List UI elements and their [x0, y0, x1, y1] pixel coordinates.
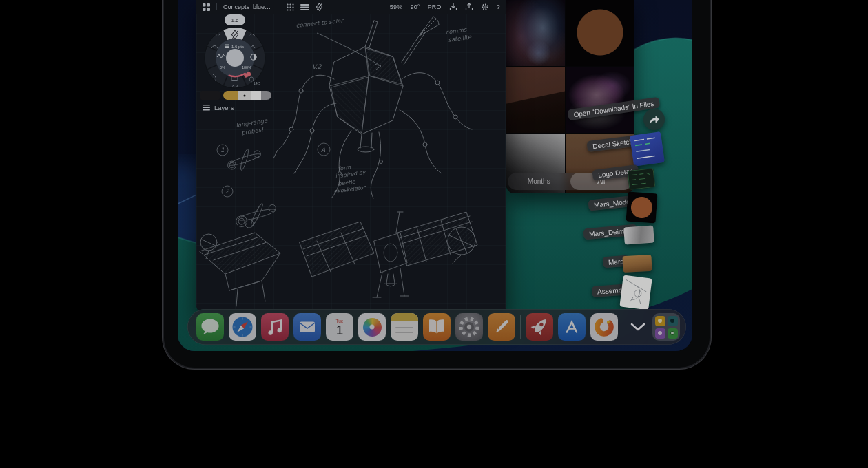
canvas-rotation[interactable]: 90° [410, 3, 420, 10]
dock-app-messages[interactable] [196, 313, 224, 341]
toolbar-divider [216, 3, 217, 10]
music-note-icon [261, 313, 289, 341]
app-library-mini-green [668, 328, 678, 339]
pen-nib-icon[interactable] [316, 3, 323, 11]
precision-grid-icon[interactable] [287, 3, 294, 11]
drag-thumb-assembly[interactable] [619, 275, 652, 310]
gallery-grid-icon[interactable] [203, 3, 210, 11]
books-open-book-icon [423, 313, 451, 341]
safari-compass-icon [229, 313, 256, 341]
import-icon[interactable] [449, 3, 457, 11]
concepts-app-window: 1 2 A connect to solar comms satellite V… [196, 0, 506, 315]
drag-thumb-decal-sketches[interactable] [630, 131, 665, 167]
document-title[interactable]: Concepts_blue… [223, 3, 271, 10]
svg-text:V.2: V.2 [312, 63, 322, 70]
photo-nebula[interactable] [506, 0, 565, 66]
dock-app-books[interactable] [423, 313, 451, 341]
drag-thumb-logo-detail[interactable] [628, 168, 656, 190]
palette-color-black[interactable] [200, 91, 220, 100]
stroke-size-readout: 1.6 pts [231, 45, 244, 49]
dock-app-rocket[interactable] [526, 313, 553, 341]
settings-gear-icon [455, 313, 483, 341]
pro-badge[interactable]: PRO [428, 3, 442, 10]
app-library-button[interactable] [652, 313, 680, 341]
stage: 1 2 A connect to solar comms satellite V… [0, 0, 868, 468]
opacity-max-label: 100% [242, 65, 251, 70]
ring-size-4: 8.9 [232, 84, 238, 88]
export-share-icon[interactable] [465, 3, 473, 11]
photos-app-window: Months All [506, 0, 634, 193]
settings-gear-icon[interactable] [481, 3, 489, 11]
mail-envelope-icon [293, 313, 321, 341]
drag-thumb-mars-model[interactable] [626, 192, 658, 224]
notes-line [395, 332, 413, 333]
dock-collapse-chevron[interactable] [628, 313, 648, 341]
callout-a: A [321, 147, 326, 153]
app-library-mini-yellow [655, 316, 665, 326]
drag-thumb-mars[interactable] [622, 255, 652, 273]
opacity-min-label: 0% [220, 65, 225, 70]
concepts-c-icon [590, 313, 618, 341]
notes-line [395, 327, 413, 328]
selected-tool-segment[interactable] [223, 28, 247, 40]
color-palette [200, 91, 271, 100]
tool-wheel[interactable]: 1.6 1.3 [202, 14, 268, 91]
forward-arrow-icon [649, 115, 660, 125]
app-library-mini-purple [655, 328, 665, 339]
dock-app-mail[interactable] [293, 313, 321, 341]
zoom-level[interactable]: 59% [390, 3, 403, 10]
dock-app-music[interactable] [261, 313, 289, 341]
palette-color-gold[interactable] [223, 91, 238, 100]
photo-grid [506, 0, 634, 193]
pen-icon [488, 313, 515, 341]
dock-app-concepts[interactable] [590, 313, 618, 341]
ipad-screen: 1 2 A connect to solar comms satellite V… [178, 0, 692, 351]
dock-app-appstore[interactable] [558, 313, 586, 341]
help-button[interactable]: ? [497, 3, 500, 10]
chevron-down-icon [630, 323, 645, 331]
ring-size-2: 3.5 [249, 33, 255, 37]
photo-orion-nebula[interactable] [566, 67, 634, 133]
ring-size-1: 1.3 [215, 33, 220, 37]
layers-button[interactable]: Layers [203, 104, 234, 111]
dock-app-settings[interactable] [455, 313, 483, 341]
drag-thumb-mars-deimos[interactable] [623, 226, 654, 245]
appstore-a-icon [558, 313, 586, 341]
dock-divider [623, 315, 623, 339]
concepts-toolbar: Concepts_blue… 59% 90° PRO [196, 0, 506, 14]
selected-color-dot [244, 94, 246, 96]
rocket-icon [526, 313, 553, 341]
dock: Tue 1 [187, 309, 686, 345]
dock-divider [520, 315, 521, 339]
dock-app-draw[interactable] [488, 313, 515, 341]
photos-flower-icon [363, 318, 382, 337]
app-library-mini-teal [668, 316, 678, 326]
palette-color-lightgray-selected[interactable] [238, 91, 251, 100]
calendar-day: 1 [336, 323, 344, 337]
color-preview-circle[interactable] [226, 49, 244, 67]
dock-app-calendar[interactable]: Tue 1 [326, 313, 353, 341]
share-forward-button[interactable] [643, 109, 665, 130]
callout-1: 1 [220, 147, 225, 153]
notes-band [391, 313, 418, 321]
photo-mars-desert[interactable] [506, 67, 565, 133]
dock-app-notes[interactable] [391, 313, 418, 341]
palette-color-white[interactable] [251, 91, 261, 100]
ring-size-3: 14.5 [254, 81, 261, 85]
photo-mars-globe[interactable] [566, 0, 634, 66]
dock-app-photos[interactable] [358, 313, 386, 341]
tab-months[interactable]: Months [508, 173, 570, 190]
palette-color-gray[interactable] [261, 91, 271, 100]
layers-label: Layers [214, 104, 234, 111]
hamburger-icon [203, 105, 210, 111]
messages-bubble-icon [196, 313, 224, 341]
dock-app-safari[interactable] [229, 313, 256, 341]
active-tool-size: 1.6 [231, 17, 239, 23]
layers-stack-icon[interactable] [300, 3, 309, 11]
